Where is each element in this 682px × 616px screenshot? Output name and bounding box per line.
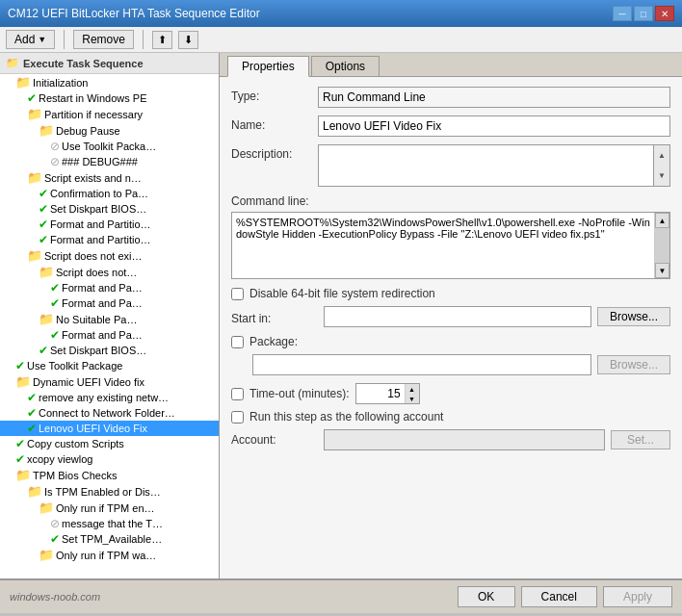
tree-item-init[interactable]: 📁Initialization (0, 74, 219, 90)
close-button[interactable]: ✕ (655, 6, 674, 21)
tree-item-icon-script-not-exist: 📁 (27, 248, 42, 263)
start-in-input[interactable] (324, 306, 591, 327)
tree-item-dynamic-uefi[interactable]: 📁Dynamic UEFI Video fix (0, 373, 219, 390)
tree-item-xcopy[interactable]: ✔xcopy viewlog (0, 451, 219, 467)
disable-redirection-label[interactable]: Disable 64-bit file system redirection (249, 287, 435, 300)
cmdline-scroll-track[interactable] (655, 228, 669, 263)
tree-item-format-2[interactable]: ✔Format and Partitio… (0, 232, 219, 247)
timeout-checkbox[interactable] (231, 388, 244, 400)
tree-item-icon-tpm-bios: 📁 (15, 468, 31, 482)
tree-header: 📁 Execute Task Sequence (0, 53, 219, 74)
disable-redirection-checkbox[interactable] (231, 288, 244, 300)
package-checkbox[interactable] (231, 336, 244, 348)
tree-item-script-not[interactable]: 📁Script does not… (0, 264, 219, 280)
timeout-decrement[interactable]: ▼ (406, 394, 419, 403)
tree-item-format-1[interactable]: ✔Format and Partitio… (0, 217, 219, 232)
toolbar: Add ▼ Remove ⬆ ⬇ (0, 27, 682, 53)
tree-item-only-run-2[interactable]: 📁Only run if TPM wa… (0, 547, 219, 563)
package-row: Browse... (231, 354, 670, 375)
tree-item-is-tpm[interactable]: 📁Is TPM Enabled or Dis… (0, 483, 219, 500)
scroll-up-icon[interactable]: ▲ (654, 145, 669, 166)
name-input[interactable] (318, 116, 670, 137)
add-button[interactable]: Add ▼ (6, 30, 55, 49)
tree-item-script-not-exist[interactable]: 📁Script does not exi… (0, 247, 219, 264)
maximize-button[interactable]: □ (634, 6, 653, 21)
tree-item-format-4[interactable]: ✔Format and Pa… (0, 295, 219, 311)
tree-item-set-diskpart-2[interactable]: ✔Set Diskpart BIOS… (0, 343, 219, 358)
set-button[interactable]: Set... (611, 430, 670, 449)
tree-item-label-connect-net: Connect to Network Folder… (39, 407, 175, 419)
timeout-increment[interactable]: ▲ (406, 384, 419, 394)
remove-label: Remove (82, 33, 125, 46)
run-as-checkbox[interactable] (231, 411, 244, 424)
tree-item-label-confirm: Confirmation to Pa… (50, 188, 148, 199)
move-up-button[interactable]: ⬆ (152, 31, 172, 49)
tree-item-icon-lenovo-fix: ✔ (27, 422, 37, 435)
account-label: Account: (231, 433, 318, 447)
browse-button-1[interactable]: Browse... (597, 307, 670, 326)
command-line-label: Command line: (231, 194, 670, 208)
tree-item-lenovo-fix[interactable]: ✔Lenovo UEFI Video Fix (0, 421, 219, 436)
tree-item-use-toolkit-pkg[interactable]: ✔Use Toolkit Package (0, 358, 219, 373)
tree-item-remove-any[interactable]: ✔remove any existing netw… (0, 390, 219, 405)
tree-item-format-5[interactable]: ✔Format and Pa… (0, 327, 219, 343)
cancel-button[interactable]: Cancel (521, 586, 597, 607)
tree-item-debug-pause[interactable]: 📁Debug Pause (0, 122, 219, 139)
tree-item-icon-format-4: ✔ (50, 296, 60, 310)
tree-item-icon-xcopy: ✔ (15, 452, 25, 466)
tree-item-use-toolkit-1[interactable]: ⊘Use Toolkit Packa… (0, 139, 219, 154)
run-as-label[interactable]: Run this step as the following account (249, 410, 443, 424)
tree-item-label-partition: Partition if necessary (44, 109, 143, 120)
tree-item-tpm-bios[interactable]: 📁TPM Bios Checks (0, 467, 219, 483)
command-line-text[interactable]: %SYSTEMROOT%\System32\WindowsPowerShell\… (232, 213, 654, 278)
tree-item-only-run-1[interactable]: 📁Only run if TPM en… (0, 500, 219, 516)
type-input[interactable] (318, 87, 670, 108)
tree-item-label-script-not: Script does not… (56, 267, 137, 278)
tree-item-label-script-not-exist: Script does not exi… (44, 250, 143, 262)
tree-item-confirm[interactable]: ✔Confirmation to Pa… (0, 186, 219, 201)
scroll-down-icon[interactable]: ▼ (654, 166, 669, 186)
tree-item-icon-set-diskpart-1: ✔ (39, 202, 48, 216)
tree-item-message[interactable]: ⊘message that the T… (0, 516, 219, 531)
move-down-button[interactable]: ⬇ (178, 31, 198, 49)
minimize-button[interactable]: ─ (613, 6, 632, 21)
account-row: Account: Set... (231, 429, 670, 450)
tree-item-no-suitable[interactable]: 📁No Suitable Pa… (0, 311, 219, 327)
tree-item-label-dynamic-uefi: Dynamic UEFI Video fix (33, 376, 144, 388)
account-input[interactable] (324, 429, 605, 450)
title-bar: CM12 UEFI BitLocker HTA Task Sequence Ed… (0, 0, 682, 27)
tree-item-label-no-suitable: No Suitable Pa… (56, 314, 137, 325)
timeout-input[interactable] (356, 384, 405, 403)
tree-item-format-3[interactable]: ✔Format and Pa… (0, 280, 219, 295)
remove-button[interactable]: Remove (73, 30, 134, 49)
tree-scroll-area[interactable]: 📁Initialization✔Restart in Windows PE📁Pa… (0, 74, 219, 578)
tree-item-set-tpm[interactable]: ✔Set TPM_Available… (0, 531, 219, 547)
tab-options[interactable]: Options (311, 56, 380, 76)
tree-item-label-remove-any: remove any existing netw… (39, 392, 169, 403)
package-label[interactable]: Package: (249, 335, 298, 348)
tree-item-partition[interactable]: 📁Partition if necessary (0, 106, 219, 122)
disable-redirection-row: Disable 64-bit file system redirection (231, 287, 670, 300)
cmdline-scroll-down[interactable]: ▼ (655, 263, 669, 278)
tree-item-copy-custom[interactable]: ✔Copy custom Scripts (0, 436, 219, 451)
tree-item-icon-script-not: 📁 (39, 265, 54, 279)
timeout-label[interactable]: Time-out (minutes): (249, 387, 350, 400)
cmdline-scroll-up[interactable]: ▲ (655, 213, 669, 228)
tree-item-connect-net[interactable]: ✔Connect to Network Folder… (0, 405, 219, 421)
tree-item-icon-debug-hash: ⊘ (50, 155, 60, 168)
tree-item-icon-remove-any: ✔ (27, 391, 37, 404)
tree-item-debug-hash[interactable]: ⊘### DEBUG### (0, 154, 219, 169)
type-label: Type: (231, 87, 318, 103)
tab-properties[interactable]: Properties (227, 56, 309, 77)
tree-item-set-diskpart-1[interactable]: ✔Set Diskpart BIOS… (0, 201, 219, 217)
description-textarea[interactable] (318, 144, 654, 187)
window-controls: ─ □ ✕ (613, 6, 674, 21)
tree-item-restart-pe[interactable]: ✔Restart in Windows PE (0, 90, 219, 106)
apply-button[interactable]: Apply (603, 586, 672, 607)
browse-button-2[interactable]: Browse... (597, 355, 670, 374)
tree-item-icon-init: 📁 (15, 75, 31, 90)
ok-button[interactable]: OK (458, 586, 515, 607)
tree-item-script-exists[interactable]: 📁Script exists and n… (0, 169, 219, 186)
bottom-bar: windows-noob.com OK Cancel Apply (0, 578, 682, 613)
package-input[interactable] (252, 354, 591, 375)
